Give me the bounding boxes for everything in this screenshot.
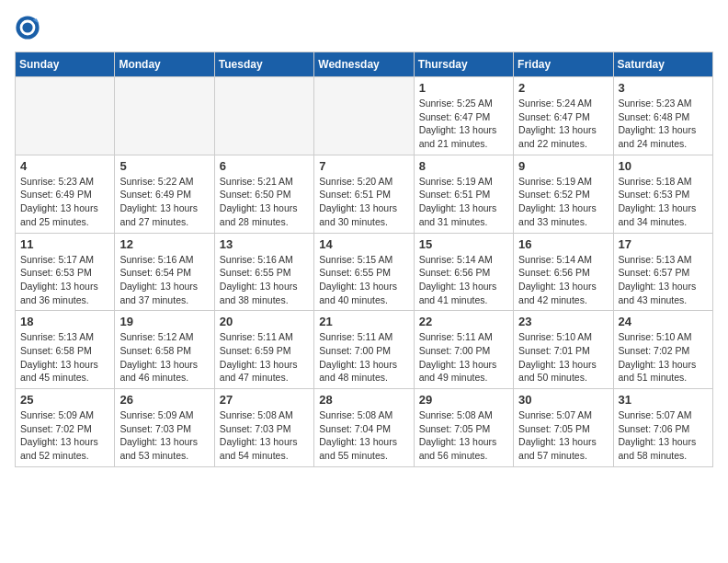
day-info: Sunrise: 5:15 AMSunset: 6:55 PMDaylight:…	[319, 253, 408, 307]
calendar-header-row: SundayMondayTuesdayWednesdayThursdayFrid…	[16, 52, 713, 77]
day-info: Sunrise: 5:10 AMSunset: 7:02 PMDaylight:…	[619, 330, 708, 385]
day-number: 12	[119, 237, 209, 251]
day-info: Sunrise: 5:11 AMSunset: 7:00 PMDaylight:…	[419, 330, 508, 385]
day-info: Sunrise: 5:12 AMSunset: 6:58 PMDaylight:…	[119, 330, 209, 385]
day-number: 17	[619, 237, 708, 251]
calendar-cell: 15Sunrise: 5:14 AMSunset: 6:56 PMDayligh…	[414, 233, 513, 311]
calendar-cell: 12Sunrise: 5:16 AMSunset: 6:54 PMDayligh…	[115, 233, 214, 311]
day-number: 22	[419, 315, 508, 328]
calendar-cell: 4Sunrise: 5:23 AMSunset: 6:49 PMDaylight…	[16, 155, 115, 233]
logo-icon	[15, 15, 40, 40]
calendar-cell: 21Sunrise: 5:11 AMSunset: 7:00 PMDayligh…	[314, 311, 414, 389]
column-header-friday: Friday	[514, 52, 613, 77]
day-number: 31	[619, 393, 708, 407]
day-number: 21	[319, 315, 408, 328]
day-number: 20	[220, 315, 309, 328]
calendar-cell: 2Sunrise: 5:24 AMSunset: 6:47 PMDaylight…	[514, 77, 613, 155]
logo	[15, 15, 44, 40]
calendar-week-3: 11Sunrise: 5:17 AMSunset: 6:53 PMDayligh…	[16, 233, 713, 311]
day-info: Sunrise: 5:09 AMSunset: 7:02 PMDaylight:…	[20, 408, 109, 463]
day-info: Sunrise: 5:10 AMSunset: 7:01 PMDaylight:…	[518, 330, 608, 385]
calendar-week-5: 25Sunrise: 5:09 AMSunset: 7:02 PMDayligh…	[16, 389, 713, 467]
calendar-cell: 22Sunrise: 5:11 AMSunset: 7:00 PMDayligh…	[414, 311, 513, 389]
calendar-cell	[314, 77, 414, 155]
day-number: 5	[119, 159, 209, 173]
day-info: Sunrise: 5:19 AMSunset: 6:52 PMDaylight:…	[518, 175, 608, 229]
day-number: 29	[419, 393, 508, 407]
column-header-tuesday: Tuesday	[214, 52, 313, 77]
day-info: Sunrise: 5:08 AMSunset: 7:04 PMDaylight:…	[319, 408, 408, 463]
column-header-saturday: Saturday	[613, 52, 712, 77]
calendar-cell: 1Sunrise: 5:25 AMSunset: 6:47 PMDaylight…	[414, 77, 513, 155]
day-number: 25	[20, 393, 109, 407]
calendar-cell: 3Sunrise: 5:23 AMSunset: 6:48 PMDaylight…	[613, 77, 712, 155]
day-number: 23	[518, 315, 608, 328]
day-number: 2	[518, 81, 608, 95]
calendar-cell	[214, 77, 313, 155]
column-header-sunday: Sunday	[16, 52, 115, 77]
day-info: Sunrise: 5:23 AMSunset: 6:48 PMDaylight:…	[619, 97, 708, 151]
calendar-table: SundayMondayTuesdayWednesdayThursdayFrid…	[15, 52, 713, 467]
day-info: Sunrise: 5:07 AMSunset: 7:06 PMDaylight:…	[619, 408, 708, 463]
day-number: 30	[518, 393, 608, 407]
calendar-cell: 7Sunrise: 5:20 AMSunset: 6:51 PMDaylight…	[314, 155, 414, 233]
calendar-cell: 25Sunrise: 5:09 AMSunset: 7:02 PMDayligh…	[16, 389, 115, 467]
day-info: Sunrise: 5:13 AMSunset: 6:58 PMDaylight:…	[20, 330, 109, 385]
day-info: Sunrise: 5:07 AMSunset: 7:05 PMDaylight:…	[518, 408, 608, 463]
svg-point-2	[22, 22, 32, 32]
column-header-wednesday: Wednesday	[314, 52, 414, 77]
day-number: 3	[619, 81, 708, 95]
day-info: Sunrise: 5:14 AMSunset: 6:56 PMDaylight:…	[419, 253, 508, 307]
day-number: 27	[220, 393, 309, 407]
calendar-cell: 20Sunrise: 5:11 AMSunset: 6:59 PMDayligh…	[214, 311, 313, 389]
calendar-cell: 28Sunrise: 5:08 AMSunset: 7:04 PMDayligh…	[314, 389, 414, 467]
calendar-cell: 16Sunrise: 5:14 AMSunset: 6:56 PMDayligh…	[514, 233, 613, 311]
column-header-thursday: Thursday	[414, 52, 513, 77]
day-number: 16	[518, 237, 608, 251]
day-number: 18	[20, 315, 109, 328]
calendar-week-2: 4Sunrise: 5:23 AMSunset: 6:49 PMDaylight…	[16, 155, 713, 233]
day-info: Sunrise: 5:23 AMSunset: 6:49 PMDaylight:…	[20, 175, 109, 229]
day-info: Sunrise: 5:11 AMSunset: 7:00 PMDaylight:…	[319, 330, 408, 385]
day-number: 6	[220, 159, 309, 173]
day-info: Sunrise: 5:21 AMSunset: 6:50 PMDaylight:…	[220, 175, 309, 229]
calendar-week-4: 18Sunrise: 5:13 AMSunset: 6:58 PMDayligh…	[16, 311, 713, 389]
calendar-cell: 11Sunrise: 5:17 AMSunset: 6:53 PMDayligh…	[16, 233, 115, 311]
day-info: Sunrise: 5:25 AMSunset: 6:47 PMDaylight:…	[419, 97, 508, 151]
day-number: 28	[319, 393, 408, 407]
day-info: Sunrise: 5:18 AMSunset: 6:53 PMDaylight:…	[619, 175, 708, 229]
calendar-cell: 18Sunrise: 5:13 AMSunset: 6:58 PMDayligh…	[16, 311, 115, 389]
calendar-cell: 26Sunrise: 5:09 AMSunset: 7:03 PMDayligh…	[115, 389, 214, 467]
day-info: Sunrise: 5:09 AMSunset: 7:03 PMDaylight:…	[119, 408, 209, 463]
day-number: 14	[319, 237, 408, 251]
day-info: Sunrise: 5:08 AMSunset: 7:05 PMDaylight:…	[419, 408, 508, 463]
calendar-cell: 23Sunrise: 5:10 AMSunset: 7:01 PMDayligh…	[514, 311, 613, 389]
day-info: Sunrise: 5:08 AMSunset: 7:03 PMDaylight:…	[220, 408, 309, 463]
calendar-cell	[16, 77, 115, 155]
calendar-cell: 14Sunrise: 5:15 AMSunset: 6:55 PMDayligh…	[314, 233, 414, 311]
day-number: 4	[20, 159, 109, 173]
calendar-cell: 9Sunrise: 5:19 AMSunset: 6:52 PMDaylight…	[514, 155, 613, 233]
day-info: Sunrise: 5:22 AMSunset: 6:49 PMDaylight:…	[119, 175, 209, 229]
day-info: Sunrise: 5:11 AMSunset: 6:59 PMDaylight:…	[220, 330, 309, 385]
day-number: 8	[419, 159, 508, 173]
day-number: 10	[619, 159, 708, 173]
day-number: 19	[119, 315, 209, 328]
calendar-cell: 17Sunrise: 5:13 AMSunset: 6:57 PMDayligh…	[613, 233, 712, 311]
day-number: 13	[220, 237, 309, 251]
calendar-cell: 27Sunrise: 5:08 AMSunset: 7:03 PMDayligh…	[214, 389, 313, 467]
day-info: Sunrise: 5:24 AMSunset: 6:47 PMDaylight:…	[518, 97, 608, 151]
calendar-cell: 30Sunrise: 5:07 AMSunset: 7:05 PMDayligh…	[514, 389, 613, 467]
calendar-cell: 10Sunrise: 5:18 AMSunset: 6:53 PMDayligh…	[613, 155, 712, 233]
page-header	[15, 15, 713, 40]
day-info: Sunrise: 5:14 AMSunset: 6:56 PMDaylight:…	[518, 253, 608, 307]
day-number: 1	[419, 81, 508, 95]
day-info: Sunrise: 5:13 AMSunset: 6:57 PMDaylight:…	[619, 253, 708, 307]
day-number: 15	[419, 237, 508, 251]
calendar-cell: 13Sunrise: 5:16 AMSunset: 6:55 PMDayligh…	[214, 233, 313, 311]
day-info: Sunrise: 5:16 AMSunset: 6:54 PMDaylight:…	[119, 253, 209, 307]
calendar-cell: 5Sunrise: 5:22 AMSunset: 6:49 PMDaylight…	[115, 155, 214, 233]
day-info: Sunrise: 5:16 AMSunset: 6:55 PMDaylight:…	[220, 253, 309, 307]
calendar-week-1: 1Sunrise: 5:25 AMSunset: 6:47 PMDaylight…	[16, 77, 713, 155]
day-info: Sunrise: 5:20 AMSunset: 6:51 PMDaylight:…	[319, 175, 408, 229]
